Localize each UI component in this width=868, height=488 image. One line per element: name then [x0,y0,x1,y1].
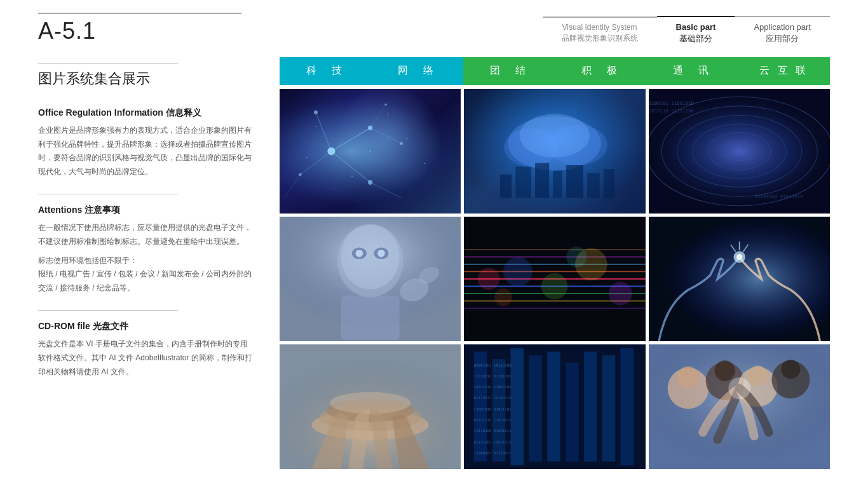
cdrom-section: CD-ROM file 光盘文件 光盘文件是本 VI 手册电子文件的集合，内含手… [38,321,254,379]
svg-point-64 [609,281,632,305]
nav-vis-group: Visual Identity System 品牌视觉形象识别系统 [543,17,657,44]
svg-point-70 [736,254,742,259]
svg-point-62 [541,273,568,299]
data-svg: 01001101 10110100 11010010 01101001 1001… [464,344,645,469]
svg-text:01100101 11001010: 01100101 11001010 [649,100,694,105]
svg-point-66 [566,247,587,267]
network-svg [464,89,645,214]
attentions-text2: 标志使用环境包括但不限于： 报纸 / 电视广告 / 宣传 / 包装 / 会议 /… [38,254,254,295]
svg-point-45 [356,249,363,257]
attentions-title: Attentions 注意事项 [38,205,254,216]
svg-rect-22 [516,166,532,198]
svg-point-107 [747,365,768,386]
nav-vis-en: Visual Identity System [562,23,637,32]
cat-yunhulian: 云 互 联 [738,57,830,85]
svg-point-79 [330,391,410,414]
right-panel: 科 技 网 络 团 结 积 极 通 讯 云 互 联 [280,57,830,469]
robot-svg [280,217,461,341]
svg-rect-47 [341,295,400,339]
content: 图片系统集合展示 Office Regulation Information 信… [0,51,868,475]
section-main-title: 图片系统集合展示 [38,69,254,88]
svg-point-109 [781,360,800,379]
image-data-matrix: 01001101 10110100 11010010 01101001 1001… [464,344,645,469]
image-tunnel: 01100101 11001010 10010110 01101100 1100… [649,89,830,214]
svg-point-13 [368,180,372,184]
header-left: A-5.1 [38,13,241,44]
header-top-line [38,13,241,14]
svg-point-10 [368,125,372,130]
page: A-5.1 Visual Identity System 品牌视觉形象识别系统 … [0,0,868,488]
nav-app-en: Application part [754,22,811,32]
hands-svg [280,344,461,469]
cat-wangluo: 网 络 [371,57,463,85]
svg-point-103 [677,366,699,388]
svg-rect-25 [566,165,583,198]
nav-basic-zh: 基础部分 [679,33,712,44]
svg-rect-68 [649,217,830,341]
header-nav: Visual Identity System 品牌视觉形象识别系统 Basic … [543,16,831,44]
svg-rect-101 [649,344,830,469]
category-bar: 科 技 网 络 团 结 积 极 通 讯 云 互 联 [280,57,830,85]
image-team [649,344,830,469]
svg-rect-24 [553,170,563,198]
nav-app-zh: 应用部分 [766,33,799,44]
svg-rect-21 [500,174,512,198]
divider-1 [38,194,178,194]
svg-point-9 [327,147,335,154]
robothand-svg [649,217,830,341]
cat-keji: 科 技 [280,57,371,85]
cdrom-text: 光盘文件是本 VI 手册电子文件的集合，内含手册制作时的专用软件格式文件。其中 … [38,337,254,379]
attentions-section: Attentions 注意事项 在一般情况下使用品牌标志，应尽量使用提供的光盘电… [38,205,254,295]
svg-rect-27 [604,169,614,198]
svg-point-110 [728,377,750,399]
cat-tongxun: 通 讯 [646,57,738,85]
svg-point-11 [314,110,318,114]
svg-rect-0 [280,89,461,214]
tech-svg [280,89,461,214]
section-title-line [38,64,178,65]
image-fiber [464,217,645,341]
cat-tuanjie: 团 结 [463,57,555,85]
image-robot [280,217,461,341]
svg-point-65 [494,288,512,306]
page-code: A-5.1 [38,18,241,44]
office-text: 企业图片是品牌形象强有力的表现方式，适合企业形象的图片有利于强化品牌特性，提升品… [38,124,254,179]
svg-point-61 [503,257,532,286]
fiber-svg [464,217,645,341]
divider-2 [38,310,178,311]
svg-point-15 [384,103,387,105]
nav-basic-group: Basic part 基础部分 [657,16,735,44]
image-tech [280,89,461,214]
cat-jiji: 积 极 [555,57,646,85]
image-hands-team [280,344,461,469]
svg-rect-26 [587,173,600,198]
svg-rect-99 [464,344,645,469]
image-grid: 01100101 11001010 10010110 01101100 1100… [280,89,830,469]
image-robothand [649,217,830,341]
header: A-5.1 Visual Identity System 品牌视觉形象识别系统 … [0,0,868,51]
svg-point-46 [377,249,385,257]
svg-point-20 [520,114,590,158]
nav-vis-zh: 品牌视觉形象识别系统 [562,33,638,44]
attentions-text1: 在一般情况下使用品牌标志，应尽量使用提供的光盘电子文件，不建议使用标准制图绘制标… [38,221,254,248]
svg-rect-23 [535,163,549,198]
svg-text:11001010 01011010: 11001010 01011010 [755,193,803,199]
svg-point-12 [299,173,302,176]
nav-app-group: Application part 应用部分 [735,16,830,44]
office-title: Office Regulation Information 信息释义 [38,107,254,119]
svg-text:10010110 01101100: 10010110 01101100 [649,107,694,113]
image-network [464,89,645,214]
svg-point-60 [478,268,500,290]
svg-point-14 [400,142,403,145]
team-svg [649,344,830,469]
cdrom-title: CD-ROM file 光盘文件 [38,321,254,332]
svg-point-105 [714,360,735,381]
left-panel: 图片系统集合展示 Office Regulation Information 信… [38,57,254,469]
office-section: Office Regulation Information 信息释义 企业图片是… [38,107,254,179]
svg-point-42 [341,224,400,288]
nav-basic-en: Basic part [676,22,716,32]
tunnel-svg: 01100101 11001010 10010110 01101100 1100… [649,89,830,214]
